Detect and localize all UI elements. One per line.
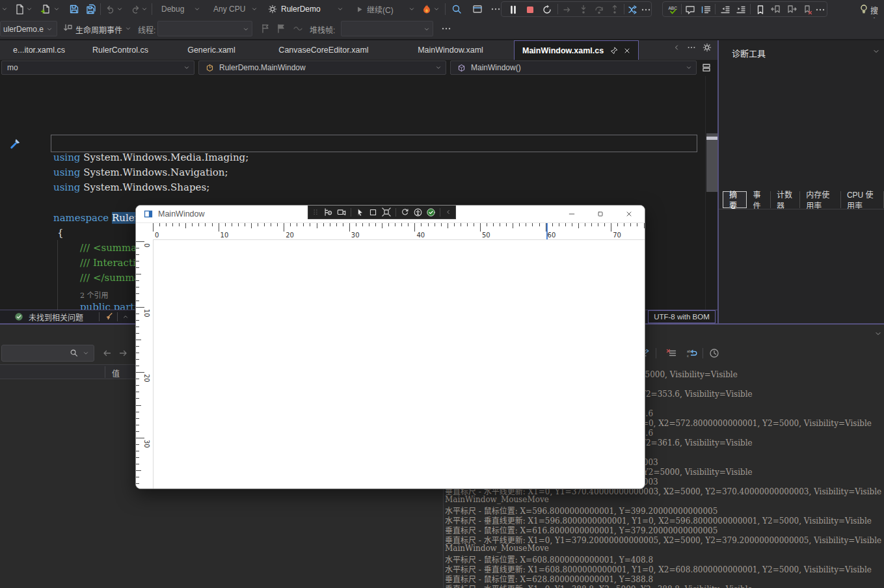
lifecycle-chevron-icon[interactable] [125,25,131,32]
scrollbar-thumb[interactable] [706,133,717,192]
save-all-icon[interactable] [86,4,96,14]
select-element-cursor-icon[interactable] [356,208,364,217]
step-over-icon[interactable] [594,5,604,15]
tab-editor-xaml-cs[interactable]: e...itor.xaml.cs [0,40,78,60]
tab-rulercontrol-cs[interactable]: RulerControl.cs [78,40,163,60]
increase-indent-icon[interactable] [736,5,746,15]
toolbar-more-icon[interactable] [490,4,501,14]
decrease-indent-icon[interactable] [720,5,730,15]
show-next-statement-icon[interactable] [563,5,573,15]
restart-icon[interactable] [542,5,552,15]
tab-cpu-usage[interactable]: CPU 使用率 [841,191,884,208]
display-adorners-icon[interactable] [369,208,377,217]
track-focused-element-icon[interactable] [382,207,391,217]
watch-search-input[interactable] [1,345,94,362]
expand-chevron-icon[interactable] [122,314,129,320]
editor-group-more-icon[interactable] [815,5,825,15]
tab-memory-usage[interactable]: 内存使用率 [800,191,841,208]
overlay-grip-icon[interactable] [312,209,319,215]
uncomment-icon[interactable] [701,5,711,15]
map-async-icon[interactable] [628,5,638,15]
live-visual-tree-overlay-icon[interactable] [323,207,332,217]
solution-configuration-dropdown[interactable]: Debug [156,2,203,16]
feedback-lightbulb-icon[interactable] [859,4,869,14]
tab-summary[interactable]: 摘要 [723,191,747,208]
tab-mainwindow-xaml[interactable]: MainWindow.xaml [387,40,514,60]
undo-chevron-icon[interactable] [116,6,123,12]
debug-group-more-icon[interactable] [641,5,651,15]
lifecycle-events-icon[interactable] [62,23,73,34]
step-into-icon[interactable] [578,5,589,15]
solution-platform-dropdown[interactable]: Any CPU [208,2,260,16]
flag-icon[interactable] [260,23,271,34]
tab-generic-xaml[interactable]: Generic.xaml [163,40,260,60]
code-cleanup-broom-icon[interactable] [104,312,113,321]
new-file-icon[interactable] [14,4,25,14]
navigate-back-icon[interactable] [101,348,112,358]
search-options-chevron-icon[interactable] [83,350,89,356]
clear-bookmarks-icon[interactable] [802,5,812,15]
add-item-icon[interactable] [40,4,51,14]
value-column-header[interactable]: 值 [112,368,120,379]
undo-icon[interactable] [105,4,116,14]
tab-events[interactable]: 事件 [747,191,770,208]
type-breadcrumb-dropdown[interactable]: RulerDemo.MainWindow [198,60,446,75]
tab-list-more-icon[interactable] [687,43,696,52]
hot-reload-overlay-icon[interactable] [401,208,409,217]
toggle-bookmark-icon[interactable] [755,5,766,15]
navigate-forward-icon[interactable] [118,348,129,358]
screen-record-camera-icon[interactable] [337,207,346,217]
flag-filled-icon[interactable] [276,23,286,34]
stackframe-dropdown[interactable] [341,21,433,36]
tab-canvasecoreeditor-xaml[interactable]: CanvaseCoreEditor.xaml [260,40,387,60]
project-breadcrumb-dropdown[interactable]: mo [1,60,194,75]
split-window-icon[interactable] [701,62,712,73]
quick-actions-screwdriver-icon[interactable] [9,137,22,150]
close-tab-icon[interactable] [623,47,631,55]
thread-dropdown[interactable] [157,21,252,36]
spell-check-abc-icon[interactable]: ABC [668,5,678,15]
next-bookmark-icon[interactable] [786,5,797,15]
pin-icon[interactable] [610,47,618,55]
find-in-files-icon[interactable] [451,4,462,14]
tab-options-gear-icon[interactable] [703,43,712,52]
stop-debugging-icon[interactable] [525,5,535,15]
output-panel-chevron-icon[interactable] [874,330,882,338]
add-item-chevron-icon[interactable] [53,6,60,12]
save-icon[interactable] [69,4,79,14]
clear-all-output-icon[interactable] [666,348,676,358]
word-wrap-icon[interactable]: abc [687,348,697,358]
live-visual-tree-icon[interactable] [472,4,483,14]
break-all-pause-icon[interactable] [508,5,518,15]
minimize-button[interactable] [557,206,586,222]
hot-reload-chevron-icon[interactable] [433,6,440,12]
diagnostics-chevron-icon[interactable] [872,47,880,55]
accessibility-checker-icon[interactable] [414,208,422,217]
step-out-icon[interactable] [609,5,620,15]
loop-threads-icon[interactable] [293,23,303,34]
process-dropdown[interactable]: ulerDemo.e [0,21,57,36]
collapse-overlay-chevron-icon[interactable] [445,209,451,215]
toolbar-overflow-chevron-icon[interactable] [1,6,8,12]
comment-icon[interactable] [685,5,695,15]
lifecycle-events-label[interactable]: 生命周期事件 [75,24,122,35]
timestamp-clock-icon[interactable] [709,348,719,358]
debug-toolbar-more-icon[interactable] [441,23,451,34]
hot-reload-flame-icon[interactable] [422,4,432,14]
ruler-demo-app-window[interactable]: MainWindow 010203040506070 0102030 [135,205,645,489]
continue-button[interactable]: 继续(C) [354,2,416,16]
hot-reload-status-check-icon[interactable] [427,208,435,217]
editor-scrollbar[interactable] [705,76,717,310]
tab-scroll-left-icon[interactable] [673,44,680,51]
maximize-button[interactable] [586,206,615,222]
redo-chevron-icon[interactable] [141,6,148,12]
encoding-badge[interactable]: UTF-8 with BOM [648,310,716,323]
member-breadcrumb-dropdown[interactable]: MainWindow() [450,60,697,75]
tab-mainwindow-xaml-cs[interactable]: MainWindow.xaml.cs [514,40,639,60]
redo-icon[interactable] [130,4,141,14]
startup-project-dropdown[interactable]: RulerDemo [267,2,346,16]
close-window-button[interactable] [615,206,643,222]
previous-bookmark-icon[interactable] [771,5,781,15]
tab-counters[interactable]: 计数器 [771,191,800,208]
new-file-chevron-icon[interactable] [26,6,33,12]
